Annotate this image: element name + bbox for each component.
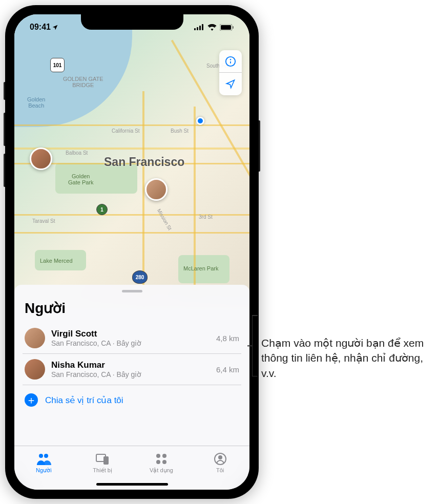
battery-icon — [220, 24, 234, 31]
tab-label: Vật dụng — [150, 467, 173, 474]
map-label-taraval: Taraval St — [32, 218, 55, 224]
sheet-title: Người — [14, 298, 249, 323]
share-location-button[interactable]: ＋ Chia sẻ vị trí của tôi — [14, 385, 249, 415]
map-label-mp: McLaren Park — [183, 265, 218, 271]
avatar — [25, 359, 45, 380]
svg-point-10 — [39, 454, 43, 458]
plus-icon: ＋ — [25, 393, 38, 407]
person-row[interactable]: Nisha Kumar San Francisco, CA · Bây giờ … — [23, 354, 241, 385]
annotation-callout: Chạm vào một người bạn để xem thông tin … — [261, 318, 430, 381]
svg-point-15 — [162, 454, 166, 458]
callout-text: Chạm vào một người bạn để xem thông tin … — [261, 318, 430, 381]
notch — [81, 14, 183, 30]
svg-point-11 — [44, 454, 48, 458]
devices-icon — [95, 453, 110, 465]
map-label-ggb: GOLDEN GATE BRIDGE — [63, 76, 103, 88]
map-label-ggp: Golden Gate Park — [68, 173, 94, 185]
map-controls — [219, 50, 242, 95]
phone-screen: 09:41 — [14, 14, 249, 490]
map-pin-person-virgil[interactable] — [145, 178, 168, 201]
tab-devices[interactable]: Thiết bị — [73, 446, 132, 479]
person-name: Virgil Scott — [51, 329, 210, 339]
svg-rect-5 — [221, 25, 231, 30]
people-icon — [36, 453, 51, 465]
svg-rect-2 — [199, 26, 201, 30]
svg-point-14 — [156, 454, 160, 458]
person-location: San Francisco, CA · Bây giờ — [51, 339, 210, 347]
items-icon — [155, 453, 168, 465]
map-label-bush: Bush St — [171, 128, 189, 134]
svg-point-16 — [156, 460, 160, 464]
person-distance: 4,8 km — [216, 334, 239, 343]
svg-rect-1 — [197, 27, 198, 30]
locate-arrow-icon — [225, 79, 236, 89]
svg-point-17 — [162, 460, 166, 464]
map-pin-person-nisha[interactable] — [30, 148, 52, 170]
home-indicator[interactable] — [96, 483, 168, 486]
svg-rect-0 — [194, 28, 196, 30]
person-name: Nisha Kumar — [51, 360, 210, 370]
map-info-button[interactable] — [219, 50, 242, 73]
tab-items[interactable]: Vật dụng — [132, 446, 191, 479]
map-city-label: San Francisco — [104, 155, 184, 169]
people-list: Virgil Scott San Francisco, CA · Bây giờ… — [23, 323, 241, 385]
map-label-third: 3rd St — [199, 214, 213, 220]
svg-point-19 — [218, 455, 222, 459]
svg-rect-3 — [202, 24, 203, 30]
map-view[interactable]: GOLDEN GATE BRIDGE Golden Beach Golden G… — [14, 14, 249, 299]
tab-people[interactable]: Người — [14, 446, 73, 479]
person-distance: 6,4 km — [216, 365, 239, 374]
tab-label: Người — [36, 467, 52, 474]
tab-label: Tôi — [216, 467, 224, 473]
tab-me[interactable]: Tôi — [191, 446, 249, 479]
bottom-sheet[interactable]: Người Virgil Scott San Francisco, CA · B… — [14, 285, 249, 490]
status-time: 09:41 — [30, 23, 51, 32]
info-icon — [225, 56, 236, 67]
svg-rect-13 — [103, 456, 109, 465]
svg-rect-6 — [233, 26, 234, 29]
phone-frame: 09:41 — [5, 5, 259, 499]
svg-point-9 — [231, 59, 231, 59]
hwy-shield-101: 101 — [50, 58, 65, 72]
share-label: Chia sẻ vị trí của tôi — [45, 395, 123, 406]
signal-icon — [194, 24, 204, 30]
my-location-dot — [196, 117, 204, 125]
hwy-shield-280: 280 — [132, 270, 148, 284]
me-icon — [214, 453, 226, 465]
hwy-shield-1: 1 — [96, 204, 108, 215]
sheet-grabber[interactable] — [122, 290, 142, 292]
map-locate-button[interactable] — [219, 73, 242, 95]
person-location: San Francisco, CA · Bây giờ — [51, 370, 210, 379]
avatar — [25, 328, 45, 348]
map-label-balboa: Balboa St — [66, 150, 88, 156]
person-row[interactable]: Virgil Scott San Francisco, CA · Bây giờ… — [23, 323, 241, 354]
tab-label: Thiết bị — [93, 467, 112, 474]
map-label-gb: Golden Beach — [27, 96, 45, 109]
location-arrow-icon — [52, 24, 58, 31]
wifi-icon — [207, 24, 217, 31]
map-label-california: California St — [112, 128, 139, 134]
map-label-lm: Lake Merced — [40, 258, 73, 264]
